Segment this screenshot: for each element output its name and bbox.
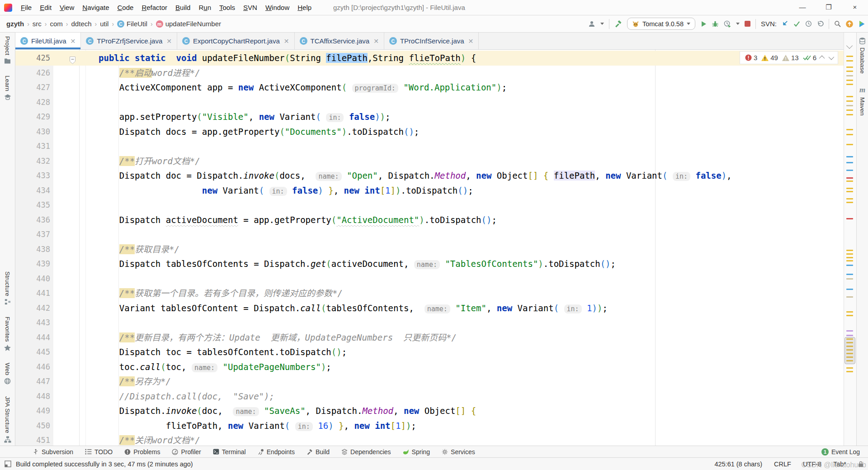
error-stripe-mark[interactable] [846,330,853,332]
tool-window-button-subversion[interactable]: Subversion [33,448,73,456]
error-stripe-mark[interactable] [846,296,853,298]
line-number[interactable]: 436 [15,213,79,228]
error-stripe-mark[interactable] [846,84,853,85]
error-stripe-mark[interactable] [846,315,853,316]
error-stripe-mark[interactable] [846,250,853,251]
line-number[interactable]: 427 [15,80,79,95]
menu-tools[interactable]: Tools [215,0,239,15]
error-stripe-mark[interactable] [846,177,853,179]
tool-window-button-database[interactable]: Database [859,37,866,74]
tool-window-button-maven[interactable]: mMaven [859,85,866,116]
code-line-447[interactable]: 447 /**另存为*/ [15,374,844,389]
line-number[interactable]: 434 [15,183,79,198]
tab-FileUtil.java[interactable]: CFileUtil.java✕ [15,33,81,49]
code-line-428[interactable]: 428 [15,95,844,110]
tab-close-icon[interactable]: ✕ [71,38,76,45]
svn-history-button[interactable] [805,20,812,27]
code-line-438[interactable]: 438 /**获取目录*/ [15,242,844,257]
plugin-run-icon[interactable] [858,20,865,28]
error-stripe-mark[interactable] [846,202,853,203]
menu-view[interactable]: View [56,0,78,15]
close-button[interactable]: × [842,0,868,15]
user-account-icon[interactable] [588,20,595,28]
line-number[interactable]: 429 [15,109,79,124]
svn-rollback-button[interactable] [817,20,824,27]
tool-window-button-build[interactable]: Build [307,448,330,456]
minimize-button[interactable]: — [789,0,816,15]
code-line-437[interactable]: 437 [15,227,844,242]
line-number[interactable]: 444 [15,330,79,345]
line-number[interactable]: 442 [15,301,79,316]
menu-code[interactable]: Code [113,0,138,15]
tab-close-icon[interactable]: ✕ [373,38,379,45]
code-line-442[interactable]: 442 Variant tablesOfContent = Dispatch.c… [15,301,844,316]
tool-window-button-favorites[interactable]: Favorites [4,317,11,351]
code-line-441[interactable]: 441 /**获取第一个目录。若有多个目录，则传递对应的参数*/ [15,286,844,301]
tab-TCAffixService.java[interactable]: CTCAffixService.java✕ [295,33,384,49]
encoding-widget[interactable]: UTF-8 [803,461,821,468]
line-number[interactable]: 450 [15,418,79,433]
line-number[interactable]: 441 [15,286,79,301]
upload-icon[interactable] [846,20,853,28]
line-number[interactable]: 443 [15,315,79,330]
code-line-448[interactable]: 448 //Dispatch.call(doc, "Save"); [15,389,844,404]
line-number[interactable]: 440 [15,271,79,286]
error-stripe-mark[interactable] [846,56,853,57]
error-stripe-mark[interactable] [846,109,853,111]
code-line-431[interactable]: 431 [15,139,844,154]
svn-update-button[interactable] [782,20,788,27]
indent-widget[interactable]: Tab* [833,461,846,468]
tool-window-button-learn[interactable]: Learn [4,76,11,100]
debug-button[interactable] [712,20,719,28]
code-line-436[interactable]: 436 Dispatch activeDocument = app.getPro… [15,213,844,228]
code-line-434[interactable]: 434 new Variant( in: false) }, new int[1… [15,183,844,198]
error-stripe-mark[interactable] [846,218,853,219]
tool-window-button-structure[interactable]: Structure [4,271,11,305]
error-stripe-mark[interactable] [846,257,853,258]
code-line-439[interactable]: 439 Dispatch tablesOfContents = Dispatch… [15,256,844,271]
code-editor[interactable]: 425public static void updateFileNumber(S… [15,50,844,446]
line-number[interactable]: 446 [15,360,79,375]
code-line-432[interactable]: 432 /**打开word文档*/ [15,154,844,169]
code-line-427[interactable]: 427 ActiveXComponent app = new ActiveXCo… [15,80,844,95]
line-number[interactable]: 447 [15,374,79,389]
code-line-446[interactable]: 446 toc.call(toc, name: "UpdatePageNumbe… [15,360,844,375]
chevron-down-icon[interactable] [600,23,604,25]
error-stripe-mark[interactable] [846,114,853,115]
breadcrumb-item-util[interactable]: util [100,20,108,28]
line-separator-widget[interactable]: CRLF [774,461,791,468]
menu-refactor[interactable]: Refactor [137,0,171,15]
tool-window-button-terminal[interactable]: Terminal [213,448,246,456]
run-configuration-select[interactable]: Tomcat 9.0.58 [627,18,695,30]
line-number[interactable]: 445 [15,345,79,360]
menu-build[interactable]: Build [171,0,194,15]
line-number[interactable]: 432 [15,154,79,169]
collapse-chevron-icon[interactable] [846,43,853,49]
tool-window-button-project[interactable]: Project [4,36,11,64]
error-stripe-mark[interactable] [846,311,853,313]
caret-position-widget[interactable]: 425:61 (8 chars) [714,461,762,468]
inspections-widget[interactable]: 3 49 13 6 [740,51,838,64]
tool-window-switcher-icon[interactable] [5,461,11,467]
tool-window-button-services[interactable]: Services [442,448,475,456]
error-stripe-mark[interactable] [846,134,853,135]
tool-window-button-todo[interactable]: TODO [85,448,113,456]
chevron-down-icon[interactable] [736,23,740,25]
error-stripe-mark[interactable] [846,129,853,130]
tool-window-button-jpa-structure[interactable]: JPA Structure [4,396,11,443]
code-line-445[interactable]: 445 Dispatch toc = tablesOfContent.toDis… [15,345,844,360]
maximize-button[interactable]: ❐ [816,0,842,15]
stop-button[interactable] [745,21,750,27]
next-problem-button[interactable] [829,54,835,60]
tab-ExportCopyChartReport.java[interactable]: CExportCopyChartReport.java✕ [177,33,295,49]
error-stripe-mark[interactable] [846,71,853,72]
line-number[interactable]: 435 [15,198,79,213]
error-stripe-mark[interactable] [846,289,853,290]
code-line-440[interactable]: 440 [15,271,844,286]
error-stripe-mark[interactable] [846,60,853,62]
code-line-449[interactable]: 449 Dispatch.invoke(doc, name: "SaveAs",… [15,404,844,418]
menu-svn[interactable]: SVN [239,0,261,15]
breadcrumb-item-fileutil[interactable]: CFileUtil [117,20,147,28]
line-number[interactable]: 431 [15,139,79,154]
scrollbar-thumb[interactable] [844,337,855,364]
